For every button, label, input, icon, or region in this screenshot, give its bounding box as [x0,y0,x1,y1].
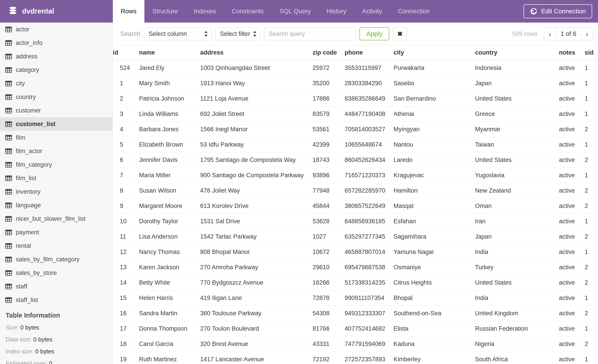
table-icon [5,243,12,249]
sidebar-table-item[interactable]: film [0,131,113,144]
table-row[interactable]: 1 Mary Smith 1913 Hanoi Way 35200 283033… [113,76,598,91]
cell-name: Ruth Martinez [139,352,200,364]
sidebar-table-item[interactable]: inventory [0,185,113,198]
cell-country: Japan [475,76,559,91]
sidebar-table-item[interactable]: actor_info [0,36,113,50]
select-filter-dropdown[interactable]: Select filter [215,27,260,40]
top-bar: dvdrental Rows Structure Indexes Constra… [0,0,598,23]
table-row[interactable]: 14 Betty White 770 Bydgoszcz Avenue 1626… [113,275,598,290]
sidebar-table-item[interactable]: city [0,77,113,90]
prev-page-button[interactable]: ‹ [544,27,556,40]
table-icon [5,270,12,276]
tab[interactable]: Structure [144,0,186,23]
column-header[interactable]: sid [585,45,598,60]
edit-connection-button[interactable]: Edit Connection [523,4,592,18]
sidebar-table-item[interactable]: sales_by_film_category [0,253,113,266]
clear-filter-button[interactable]: ✖ [393,27,407,40]
cell-id: 18 [113,336,139,352]
sidebar-table-item[interactable]: staff [0,280,113,293]
next-page-button[interactable]: › [581,27,593,40]
table-row[interactable]: 17 Donna Thompson 270 Toulon Boulevard 8… [113,321,598,336]
column-header[interactable]: address [200,45,313,60]
table-row[interactable]: 15 Helen Harris 419 Iligan Lane 72878 99… [113,290,598,306]
sidebar-table-item[interactable]: film_actor [0,144,113,158]
table-row[interactable]: 19 Ruth Martinez 1417 Lancaster Avenue 7… [113,352,598,364]
column-header[interactable]: zip code [313,45,345,60]
sidebar-table-item[interactable]: actor [0,23,113,36]
table-row[interactable]: 2 Patricia Johnson 1121 Loja Avenue 1788… [113,91,598,106]
table-row[interactable]: 8 Susan Wilson 478 Joliet Way 77948 6572… [113,183,598,198]
rows-count: 599 rows [512,30,538,37]
cell-address: 1566 Inegl Manor [200,121,313,137]
sidebar-table-item[interactable]: staff_list [0,293,113,307]
table-row[interactable]: 6 Jennifer Davis 1795 Santiago de Compos… [113,152,598,168]
cell-name: Susan Wilson [139,183,200,198]
column-header[interactable]: id [113,45,139,60]
column-header[interactable]: notes [559,45,585,60]
tab[interactable]: Indexes [186,0,224,23]
cell-zip-code: 29610 [313,259,345,275]
search-query-input[interactable] [264,27,356,40]
sidebar-table-item[interactable]: customer_list [0,117,113,131]
table-icon [5,27,12,32]
cell-id: 19 [113,352,139,364]
column-header[interactable]: name [139,45,200,60]
sidebar-table-item[interactable]: payment [0,226,113,239]
apply-button[interactable]: Apply [359,27,390,40]
globe-icon [530,8,538,15]
cell-country: Oman [475,198,559,214]
cell-country: Nigeria [475,336,559,352]
table-row[interactable]: 10 Dorothy Taylor 1531 Sal Drive 53628 6… [113,214,598,229]
cell-country: India [475,244,559,259]
tab-label: Constraints [232,8,264,15]
sidebar-table-item[interactable]: rental [0,239,113,253]
column-header[interactable]: phone [345,45,394,60]
table-row[interactable]: 13 Karen Jackson 270 Amroha Parkway 2961… [113,259,598,275]
table-row[interactable]: 7 Maria Miller 900 Santiago de Compostel… [113,168,598,183]
tab[interactable]: Constraints [224,0,272,23]
table-row[interactable]: 9 Margaret Moore 613 Korolev Drive 45844… [113,198,598,214]
tab[interactable]: Activity [354,0,390,23]
cell-city: Sagamihara [394,229,475,244]
cell-country: New Zealand [475,183,559,198]
sidebar-table-item[interactable]: country [0,90,113,104]
cell-sid: 2 [585,121,598,137]
tab[interactable]: History [319,0,354,23]
table-row[interactable]: 18 Carol Garcia 320 Brest Avenue 43331 7… [113,336,598,352]
table-row[interactable]: 5 Elizabeth Brown 53 Idfu Parkway 42399 … [113,137,598,152]
tab[interactable]: SQL Query [272,0,319,23]
table-row[interactable]: 524 Jared Ely 1003 Qinhuangdao Street 25… [113,60,598,76]
cell-name: Elizabeth Brown [139,137,200,152]
cell-address: 360 Toulouse Parkway [200,306,313,321]
sidebar-table-label: staff [16,283,27,290]
sidebar-table-item[interactable]: nicer_but_slower_film_list [0,212,113,226]
sidebar-table-label: city [16,80,25,87]
cell-notes: active [559,137,585,152]
cell-sid: 1 [585,76,598,91]
sidebar-table-item[interactable]: address [0,50,113,63]
sidebar-table-label: nicer_but_slower_film_list [16,215,85,222]
table-row[interactable]: 16 Sandra Martin 360 Toulouse Parkway 54… [113,306,598,321]
table-row[interactable]: 4 Barbara Jones 1566 Inegl Manor 53561 7… [113,121,598,137]
sidebar-table-item[interactable]: film_category [0,158,113,171]
cell-name: Mary Smith [139,76,200,91]
tab[interactable]: Connection [390,0,438,23]
search-toolbar: Search Select column Select filter [113,23,598,45]
sidebar-table-item[interactable]: customer [0,104,113,117]
table-info-field: Estimated rows: 0 [6,360,113,364]
sidebar-table-item[interactable]: category [0,63,113,77]
sidebar-table-item[interactable]: film_list [0,171,113,185]
table-row[interactable]: 3 Linda Williams 692 Joliet Street 83579… [113,106,598,121]
column-header[interactable]: city [394,45,475,60]
tab[interactable]: Rows [113,0,144,23]
table-row[interactable]: 12 Nancy Thomas 808 Bhopal Manor 10672 4… [113,244,598,259]
column-header[interactable]: country [475,45,559,60]
select-column-dropdown[interactable]: Select column [144,27,212,40]
table-icon [5,284,12,289]
cell-notes: active [559,244,585,259]
sidebar-table-item[interactable]: language [0,198,113,212]
sidebar-table-item[interactable]: sales_by_store [0,266,113,280]
cell-zip-code: 16266 [313,275,345,290]
table-row[interactable]: 11 Lisa Anderson 1542 Tarlac Parkway 102… [113,229,598,244]
cell-notes: active [559,214,585,229]
